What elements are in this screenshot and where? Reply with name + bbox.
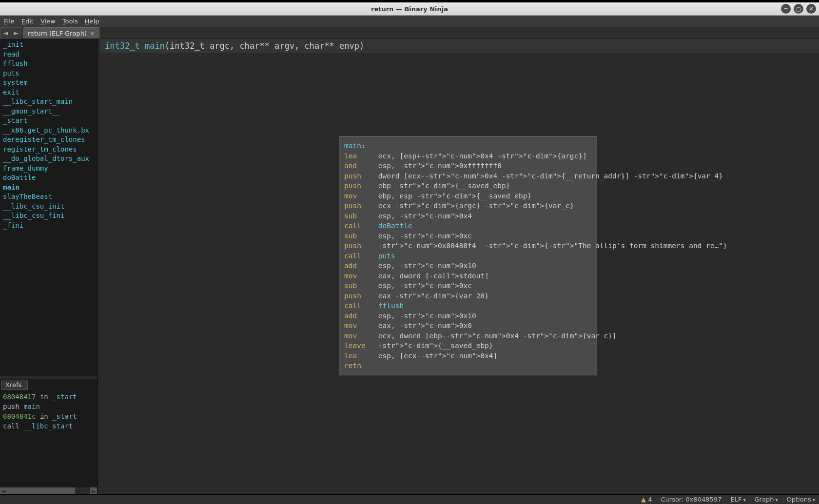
disassembly-block[interactable]: main: lea ecx, [esp+-str">"c-num">0x4 -s… <box>339 136 597 375</box>
function-item-exit[interactable]: exit <box>3 88 94 97</box>
sidebar: _initreadfflushputssystemexit__libc_star… <box>0 39 98 494</box>
function-item-main[interactable]: main <box>3 183 94 193</box>
close-button[interactable]: ✕ <box>806 4 816 14</box>
chevron-right-icon: ► <box>14 29 19 37</box>
status-warnings[interactable]: ▲ 4 <box>641 496 652 503</box>
scroll-left-icon[interactable]: ◄ <box>0 487 7 494</box>
function-item-fflush[interactable]: fflush <box>3 59 94 69</box>
xrefs-panel[interactable]: 08048417 in _start push main0804841c in … <box>0 390 97 487</box>
tab-label: return (ELF Graph) <box>28 30 87 37</box>
function-item-__libc_csu_fini[interactable]: __libc_csu_fini <box>3 211 94 221</box>
status-view-dropdown[interactable]: Graph <box>755 496 778 503</box>
function-item-system[interactable]: system <box>3 78 94 88</box>
sig-function-name: main <box>145 41 165 51</box>
function-item-register_tm_clones[interactable]: register_tm_clones <box>3 145 94 155</box>
sig-params: (int32_t argc, char** argv, char** envp) <box>165 41 364 51</box>
window-title: return — Binary Ninja <box>371 5 448 13</box>
warning-count: 4 <box>648 496 652 503</box>
function-item-puts[interactable]: puts <box>3 69 94 78</box>
tab-return-elf-graph[interactable]: return (ELF Graph) × <box>23 27 99 39</box>
function-item-__x86.get_pc_thunk.bx[interactable]: __x86.get_pc_thunk.bx <box>3 126 94 136</box>
maximize-button[interactable]: ▢ <box>794 4 803 14</box>
warning-icon: ▲ <box>641 496 646 503</box>
status-format-dropdown[interactable]: ELF <box>730 496 745 503</box>
nav-forward-button[interactable]: ► <box>11 27 21 39</box>
minimize-button[interactable]: ━ <box>781 4 791 14</box>
menu-tools[interactable]: Tools <box>62 18 78 25</box>
xref-instruction[interactable]: push main <box>3 402 94 411</box>
xrefs-header: Xrefs <box>1 380 28 390</box>
function-item-frame_dummy[interactable]: frame_dummy <box>3 164 94 174</box>
graph-view[interactable]: int32_t main (int32_t argc, char** argv,… <box>100 39 819 494</box>
menu-view[interactable]: View <box>40 18 56 25</box>
function-item-__do_global_dtors_aux[interactable]: __do_global_dtors_aux <box>3 154 94 164</box>
main-area: _initreadfflushputssystemexit__libc_star… <box>0 39 819 494</box>
xref-row[interactable]: 08048417 in _start <box>3 392 94 402</box>
scrollbar-thumb[interactable] <box>7 487 75 494</box>
function-item-doBattle[interactable]: doBattle <box>3 173 94 183</box>
function-item-deregister_tm_clones[interactable]: deregister_tm_clones <box>3 135 94 145</box>
function-item-slayTheBeast[interactable]: slayTheBeast <box>3 192 94 202</box>
close-icon: ✕ <box>809 6 813 12</box>
sig-return-type: int32_t <box>105 41 140 51</box>
function-signature: int32_t main (int32_t argc, char** argv,… <box>100 39 819 53</box>
scroll-right-icon[interactable]: ► <box>90 487 97 494</box>
chevron-left-icon: ◄ <box>3 29 8 37</box>
nav-back-button[interactable]: ◄ <box>0 27 11 39</box>
function-item-_fini[interactable]: _fini <box>3 221 94 231</box>
maximize-icon: ▢ <box>796 6 801 12</box>
function-item-_init[interactable]: _init <box>3 40 94 50</box>
status-options-dropdown[interactable]: Options <box>787 496 815 503</box>
function-list[interactable]: _initreadfflushputssystemexit__libc_star… <box>0 39 97 376</box>
tab-row: ◄ ► return (ELF Graph) × <box>0 27 819 39</box>
function-item-_start[interactable]: _start <box>3 116 94 126</box>
status-cursor[interactable]: Cursor: 0x8048597 <box>661 496 722 503</box>
tab-close-icon[interactable]: × <box>90 30 95 37</box>
minimize-icon: ━ <box>784 6 788 12</box>
menu-edit[interactable]: Edit <box>21 18 34 25</box>
menu-bar: File Edit View Tools Help <box>0 16 819 27</box>
status-bar: ▲ 4 Cursor: 0x8048597 ELF Graph Options <box>0 494 819 504</box>
window-title-bar: return — Binary Ninja ━ ▢ ✕ <box>0 2 819 16</box>
xref-row[interactable]: 0804841c in _start <box>3 411 94 421</box>
function-item-read[interactable]: read <box>3 50 94 59</box>
function-item-__libc_start_main[interactable]: __libc_start_main <box>3 97 94 107</box>
menu-help[interactable]: Help <box>85 18 99 25</box>
function-item-__gmon_start__[interactable]: __gmon_start__ <box>3 107 94 116</box>
xrefs-scrollbar[interactable]: ◄ ► <box>0 487 97 494</box>
menu-file[interactable]: File <box>4 18 15 25</box>
function-item-__libc_csu_init[interactable]: __libc_csu_init <box>3 202 94 212</box>
window-buttons: ━ ▢ ✕ <box>781 4 816 14</box>
nav-buttons: ◄ ► <box>0 27 21 39</box>
xref-instruction[interactable]: call __libc_start <box>3 421 94 431</box>
